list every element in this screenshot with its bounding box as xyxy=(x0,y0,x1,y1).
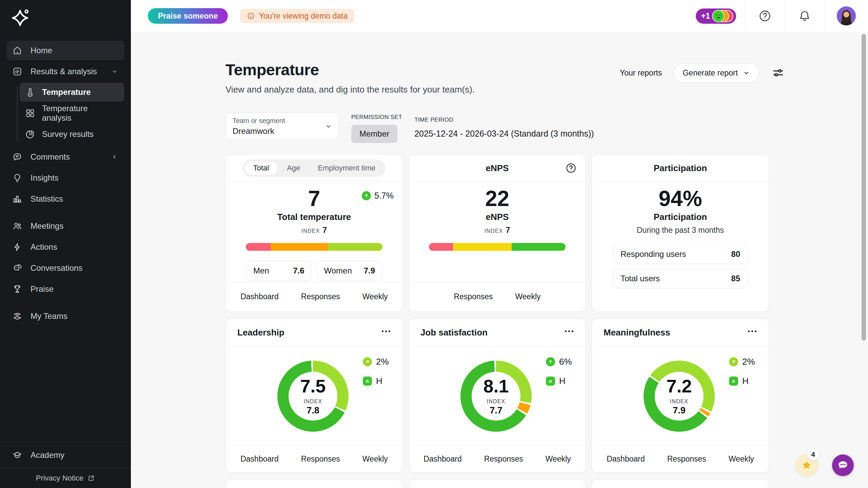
enps-distribution-bar xyxy=(429,243,566,251)
weekly-link[interactable]: Weekly xyxy=(362,454,388,464)
card-footer: Dashboard Responses Weekly xyxy=(409,445,586,472)
sidebar-item-praise[interactable]: Praise xyxy=(7,279,124,299)
help-button[interactable] xyxy=(745,9,785,23)
topbar: Praise someone You're viewing demo data … xyxy=(131,0,868,32)
sidebar-item-conversations[interactable]: Conversations xyxy=(7,258,124,278)
change-badge: 2% xyxy=(729,357,755,367)
card-participation: Participation 94% Participation During t… xyxy=(592,154,769,312)
card-menu-button[interactable] xyxy=(746,328,758,334)
trend-value: H xyxy=(559,376,566,386)
responses-link[interactable]: Responses xyxy=(667,454,706,464)
thermometer-icon xyxy=(25,87,35,97)
dashboard-link[interactable]: Dashboard xyxy=(423,454,462,464)
total-users-row: Total users 85 xyxy=(613,269,748,288)
sidebar-item-label: Comments xyxy=(31,152,70,162)
arrow-up-circle-icon xyxy=(362,191,371,200)
generate-report-button[interactable]: Generate report xyxy=(673,63,759,83)
index-label: INDEX xyxy=(301,228,320,234)
card-body: 7.5 INDEX 7.8 2% xyxy=(226,346,402,445)
weekly-link[interactable]: Weekly xyxy=(546,454,571,464)
your-reports-link[interactable]: Your reports xyxy=(620,68,662,78)
page-title: Temperature xyxy=(225,60,475,79)
card-header: Leadership xyxy=(226,319,402,346)
sidebar-item-label: Insights xyxy=(31,173,59,183)
sidebar-item-actions[interactable]: Actions xyxy=(7,237,124,257)
tab-employment-time[interactable]: Employment time xyxy=(309,161,384,176)
results-submenu: Temperature Temperature analysis Survey … xyxy=(7,83,124,144)
weekly-link[interactable]: Weekly xyxy=(362,292,388,301)
weekly-link[interactable]: Weekly xyxy=(515,292,541,301)
sidebar-item-results-analysis[interactable]: Results & analysis xyxy=(7,62,124,81)
sidebar-item-survey-results[interactable]: Survey results xyxy=(20,125,124,144)
sidebar-item-insights[interactable]: Insights xyxy=(7,168,124,188)
index-value: 7.8 xyxy=(307,405,319,416)
index-label: INDEX xyxy=(485,228,503,234)
sidebar-item-meetings[interactable]: Meetings xyxy=(7,216,124,236)
chat-support-button[interactable] xyxy=(832,454,854,476)
trend-badge: H xyxy=(729,376,755,386)
dashboard-link[interactable]: Dashboard xyxy=(240,454,279,464)
privacy-notice-link[interactable]: Privacy Notice xyxy=(0,468,131,488)
sidebar-item-label: Actions xyxy=(31,242,57,252)
index-row: INDEX7 xyxy=(409,226,586,235)
sidebar-item-label: Praise xyxy=(31,284,54,294)
arrow-up-circle-icon xyxy=(546,357,555,366)
sidebar-item-label: Meetings xyxy=(31,221,63,231)
chevron-down-icon xyxy=(743,69,750,77)
meetings-icon xyxy=(12,221,22,231)
responses-link[interactable]: Responses xyxy=(301,454,340,464)
arrow-up-right-circle-icon xyxy=(363,357,372,366)
tab-age[interactable]: Age xyxy=(278,161,309,176)
sidebar-bottom: Academy Privacy Notice xyxy=(0,442,131,488)
double-chevron-up-icon xyxy=(546,377,555,386)
card-body: 94% Participation During the past 3 mont… xyxy=(592,182,769,311)
card-title: Meaningfulness xyxy=(604,327,670,338)
donut-center: 7.2 INDEX 7.9 xyxy=(655,372,704,421)
scrollbar-thumb[interactable] xyxy=(862,34,866,341)
job-satisfaction-value: 8.1 xyxy=(483,377,509,395)
sidebar-item-comments[interactable]: Comments xyxy=(7,147,124,167)
women-chip: Women 7.9 xyxy=(317,261,382,281)
sidebar-item-academy[interactable]: Academy xyxy=(0,442,131,468)
sidebar-item-temperature-analysis[interactable]: Temperature analysis xyxy=(20,104,124,123)
change-value: 2% xyxy=(742,357,755,367)
team-segment-select[interactable]: Team or segment Dreamwork xyxy=(225,113,339,140)
responses-link[interactable]: Responses xyxy=(484,454,523,464)
dashboard-link[interactable]: Dashboard xyxy=(607,454,645,464)
sidebar-item-temperature[interactable]: Temperature xyxy=(20,83,124,102)
notifications-button[interactable] xyxy=(785,9,824,23)
meaningfulness-donut-chart: 7.2 INDEX 7.9 xyxy=(644,361,715,432)
card-meaningfulness: Meaningfulness 7.2 INDEX 7.9 xyxy=(592,319,769,473)
praise-someone-button[interactable]: Praise someone xyxy=(148,8,228,24)
women-value: 7.9 xyxy=(364,266,375,276)
arrow-up-right-circle-icon xyxy=(729,357,738,366)
sidebar-item-label: My Teams xyxy=(31,311,67,321)
men-label: Men xyxy=(253,266,269,276)
card-menu-button[interactable] xyxy=(563,328,575,334)
women-label: Women xyxy=(324,266,352,276)
card-body: 7.2 INDEX 7.9 2% xyxy=(592,346,769,445)
change-value: 6% xyxy=(559,357,572,367)
user-menu[interactable] xyxy=(825,6,868,25)
dashboard-link[interactable]: Dashboard xyxy=(240,292,279,301)
responses-link[interactable]: Responses xyxy=(301,292,340,301)
praise-reaction-badge[interactable]: +1 xyxy=(696,8,736,24)
weekly-link[interactable]: Weekly xyxy=(729,454,754,464)
report-settings-button[interactable] xyxy=(771,65,786,80)
sidebar-item-my-teams[interactable]: My Teams xyxy=(7,306,124,326)
men-chip: Men 7.6 xyxy=(246,261,312,281)
sidebar-item-label: Temperature xyxy=(42,87,91,97)
help-circle-icon[interactable] xyxy=(565,162,577,174)
card-menu-button[interactable] xyxy=(380,328,392,334)
responses-link[interactable]: Responses xyxy=(454,292,493,301)
sidebar-item-home[interactable]: Home xyxy=(7,41,124,60)
sidebar-item-statistics[interactable]: Statistics xyxy=(7,189,124,209)
men-value: 7.6 xyxy=(293,266,304,276)
double-chevron-up-icon xyxy=(729,377,738,386)
trend-badge: H xyxy=(363,376,389,386)
team-segment-label: Team or segment xyxy=(233,117,332,125)
gender-chips: Men 7.6 Women 7.9 xyxy=(246,261,382,281)
card-enps: eNPS 22 eNPS INDEX7 Responses Weekly xyxy=(409,154,586,312)
tab-total[interactable]: Total xyxy=(244,161,278,176)
change-badge: 6% xyxy=(546,357,572,367)
